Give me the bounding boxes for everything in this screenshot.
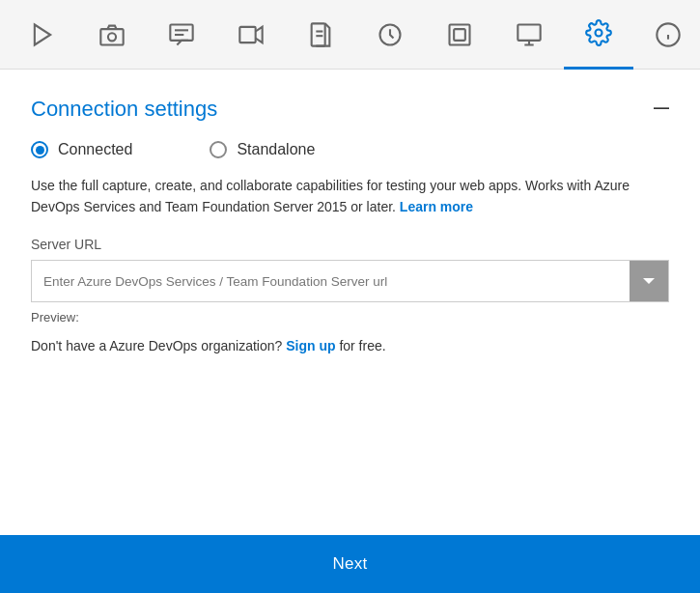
standalone-label: Standalone xyxy=(237,141,315,158)
svg-marker-0 xyxy=(35,24,50,44)
server-url-label: Server URL xyxy=(31,237,669,252)
svg-rect-1 xyxy=(100,29,123,44)
content-area: Connection settings — Connected Standalo… xyxy=(0,70,700,535)
comment-icon[interactable] xyxy=(147,0,216,70)
svg-rect-13 xyxy=(518,24,540,40)
svg-point-2 xyxy=(108,33,116,41)
document-icon[interactable] xyxy=(286,0,355,70)
toolbar xyxy=(0,0,700,70)
standalone-radio[interactable] xyxy=(210,141,227,158)
description-body: Use the full capture, create, and collab… xyxy=(31,178,630,214)
minimize-button[interactable]: — xyxy=(654,97,669,116)
connected-radio[interactable] xyxy=(31,141,48,158)
camera-icon[interactable] xyxy=(77,0,147,70)
preview-label: Preview: xyxy=(31,310,669,325)
video-icon[interactable] xyxy=(216,0,286,70)
play-icon[interactable] xyxy=(8,0,77,70)
standalone-option[interactable]: Standalone xyxy=(210,141,315,158)
connected-option[interactable]: Connected xyxy=(31,141,132,158)
signup-suffix: for free. xyxy=(336,338,386,353)
svg-rect-7 xyxy=(312,23,325,45)
svg-point-14 xyxy=(596,30,602,37)
svg-rect-3 xyxy=(170,24,192,40)
settings-active-icon[interactable] xyxy=(564,0,633,70)
svg-rect-12 xyxy=(454,29,465,41)
signup-text: Don't have a Azure DevOps organization? … xyxy=(31,338,669,353)
monitor-icon[interactable] xyxy=(494,0,564,70)
section-header: Connection settings — xyxy=(31,97,669,122)
next-button-bar: Next xyxy=(0,535,700,593)
clock-icon[interactable] xyxy=(355,0,425,70)
learn-more-link[interactable]: Learn more xyxy=(400,199,473,214)
info-icon[interactable] xyxy=(633,0,700,70)
server-url-field xyxy=(31,260,669,302)
signup-prefix: Don't have a Azure DevOps organization? xyxy=(31,338,286,353)
connected-label: Connected xyxy=(58,141,132,158)
connection-options: Connected Standalone xyxy=(31,141,669,158)
svg-rect-11 xyxy=(450,24,470,44)
frame-icon[interactable] xyxy=(425,0,494,70)
server-url-input[interactable] xyxy=(32,261,630,301)
description-text: Use the full capture, create, and collab… xyxy=(31,176,669,217)
section-title: Connection settings xyxy=(31,97,217,122)
server-url-dropdown-button[interactable] xyxy=(630,261,668,301)
signup-link[interactable]: Sign up xyxy=(286,338,335,353)
next-button[interactable]: Next xyxy=(0,535,700,593)
svg-rect-6 xyxy=(239,26,255,42)
